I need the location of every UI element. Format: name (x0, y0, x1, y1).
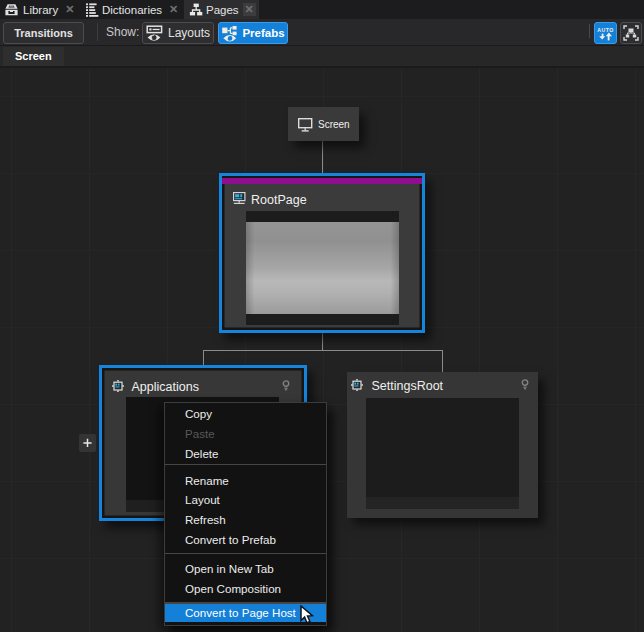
svg-text:AUTO: AUTO (597, 26, 614, 32)
